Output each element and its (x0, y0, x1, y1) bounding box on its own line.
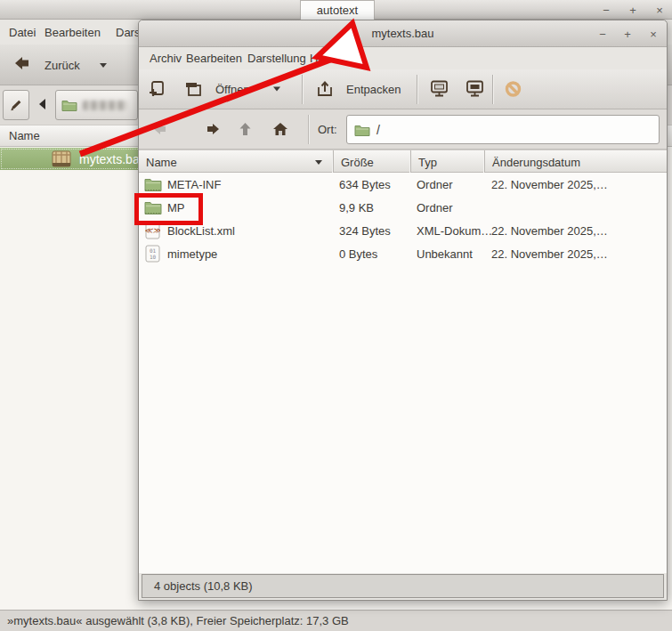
open-button[interactable]: Öffnen (215, 83, 250, 96)
home-icon (272, 122, 288, 136)
toolbar-separator (302, 75, 303, 104)
file-type: Unbekannt (417, 242, 473, 265)
annotation-rect-mp (134, 193, 203, 225)
archive-menubar: Archiv Bearbeiten Darstellung Hilfe (139, 47, 667, 69)
column-header-type-label: Typ (418, 156, 437, 169)
extract-icon (315, 80, 335, 98)
column-header-modified[interactable]: Änderungsdatum (484, 150, 667, 174)
archive-maximize-button[interactable]: + (619, 26, 636, 42)
archive-box-icon (183, 80, 203, 98)
archive-window-title: mytexts.bau (371, 27, 433, 40)
toolbar-separator (417, 75, 417, 104)
archive-minimize-button[interactable]: − (595, 26, 611, 42)
table-row-mimetype[interactable]: 0110 mimetype 0 Bytes Unbekannt 22. Nove… (139, 242, 667, 265)
bg-minimize-button[interactable]: − (598, 2, 614, 18)
file-type: XML-Dokum… (417, 219, 492, 242)
bg-maximize-button[interactable]: + (625, 2, 641, 18)
no-entry-icon (505, 81, 522, 98)
archive-window: mytexts.bau − + × Archiv Bearbeiten Dars… (138, 20, 668, 601)
column-header-name-label: Name (146, 156, 177, 169)
table-row-blocklist[interactable]: ≪≫ BlockList.xml 324 Bytes XML-Dokum… 22… (139, 219, 667, 242)
archive-toolbar: Öffnen Entpacken (139, 69, 667, 109)
extract-button-label[interactable]: Entpacken (346, 83, 401, 96)
file-type: Ordner (417, 196, 452, 219)
back-arrow-disabled-icon (153, 123, 167, 135)
desktop: autotext − + × Datei Bearbeiten Darstell… (0, 0, 672, 631)
binary-file-icon: 0110 (145, 242, 160, 265)
column-header-modified-label: Änderungsdatum (492, 156, 580, 169)
nav-back-button[interactable] (153, 123, 167, 135)
file-name: mimetype (167, 242, 217, 265)
menu-bearbeiten[interactable]: Bearbeiten (184, 47, 244, 69)
file-modified: 22. November 2025,… (491, 242, 608, 265)
open-dropdown-icon[interactable] (273, 87, 280, 92)
archive-close-button[interactable]: × (645, 26, 661, 42)
svg-text:≪≫: ≪≫ (145, 226, 160, 235)
file-size: 0 Bytes (339, 242, 377, 265)
bg-status-text: »mytexts.bau« ausgewählt (3,8 KB), Freie… (7, 614, 349, 627)
archive-column-headers: Name Größe Typ Änderungsdatum (139, 150, 667, 173)
archive-titlebar: mytexts.bau − + × (139, 20, 667, 47)
nav-up-button[interactable] (239, 122, 252, 136)
archive-status-text: 4 objects (10,8 KB) (154, 579, 253, 593)
view-all-files-button[interactable] (430, 80, 449, 99)
back-button[interactable]: Zurück (43, 44, 82, 85)
location-input[interactable]: / (346, 115, 660, 144)
bg-close-button[interactable]: × (652, 2, 668, 18)
back-dropdown-icon[interactable] (100, 63, 107, 68)
folder-icon (354, 124, 370, 136)
toolbar-separator (492, 75, 493, 104)
menu-hilfe[interactable]: Hilfe (308, 47, 335, 69)
table-row-meta-inf[interactable]: META-INF 634 Bytes Ordner 22. November 2… (139, 173, 667, 196)
bg-window-title: autotext (300, 0, 375, 20)
stop-button[interactable] (505, 81, 522, 98)
archive-file-list[interactable]: META-INF 634 Bytes Ordner 22. November 2… (139, 173, 667, 573)
edit-path-button[interactable] (3, 90, 29, 120)
file-modified: 22. November 2025,… (491, 219, 608, 242)
back-arrow-icon (14, 56, 30, 70)
nav-forward-button[interactable] (206, 123, 220, 135)
scroll-left-icon[interactable] (37, 98, 46, 110)
archive-file-icon (51, 150, 72, 168)
breadcrumb-folder-button[interactable] (55, 90, 138, 120)
delete-button[interactable] (183, 80, 203, 98)
up-arrow-icon (239, 122, 252, 136)
folder-icon (61, 99, 77, 111)
selected-file-label: mytexts.bau (79, 152, 146, 166)
archive-statusbar: 4 objects (10,8 KB) (142, 574, 664, 598)
file-size: 9,9 KB (339, 196, 374, 219)
column-header-name[interactable]: Name (139, 150, 333, 174)
archive-navbar: Ort: / (139, 109, 667, 150)
table-row-mp[interactable]: MP 9,9 KB Ordner (139, 196, 667, 219)
blurred-breadcrumb-text (83, 101, 127, 110)
file-size: 324 Bytes (339, 219, 391, 242)
pencil-icon (9, 98, 23, 112)
view-as-folder-button[interactable] (466, 80, 485, 99)
menu-darstellung[interactable]: Darstellung (246, 47, 308, 69)
file-type: Ordner (417, 173, 452, 196)
add-files-icon (148, 80, 166, 98)
screen-dark-icon (466, 80, 485, 99)
column-header-size-label: Größe (341, 156, 374, 169)
bg-statusbar: »mytexts.bau« ausgewählt (3,8 KB), Freie… (0, 610, 672, 631)
add-files-button[interactable] (148, 80, 166, 98)
sort-descending-icon (315, 160, 322, 165)
nav-home-button[interactable] (272, 122, 288, 136)
bg-menu-datei[interactable]: Datei (7, 20, 37, 44)
location-value: / (376, 123, 380, 137)
forward-arrow-icon (206, 123, 220, 135)
bg-window-titlebar: autotext − + × (0, 0, 672, 20)
file-modified: 22. November 2025,… (491, 173, 608, 196)
column-header-type[interactable]: Typ (410, 150, 484, 174)
navbar-separator (308, 115, 309, 144)
screen-icon (430, 80, 449, 99)
column-header-size[interactable]: Größe (333, 150, 410, 174)
file-size: 634 Bytes (339, 173, 391, 196)
svg-text:10: 10 (150, 254, 157, 260)
extract-button[interactable] (315, 80, 335, 98)
bg-menu-bearbeiten[interactable]: Bearbeiten (43, 20, 102, 44)
location-label: Ort: (318, 123, 337, 136)
menu-archiv[interactable]: Archiv (148, 47, 183, 69)
